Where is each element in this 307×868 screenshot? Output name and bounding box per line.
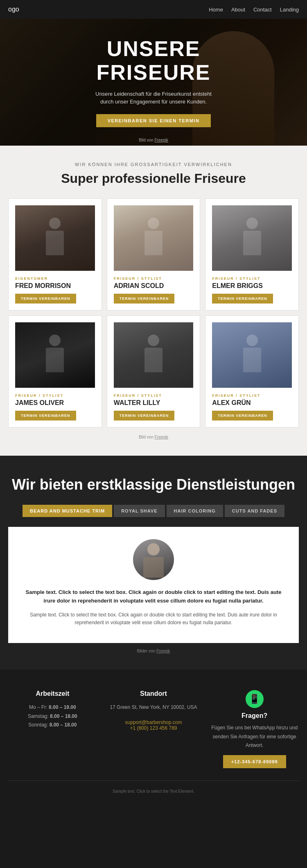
barbers-credit: Bild von Freepik [8, 435, 299, 439]
barbers-title: Super professionelle Friseure [8, 171, 299, 186]
services-section: Wir bieten erstklassige Dienstleistungen… [0, 456, 307, 670]
barber-name-6: ALEX GRÜN [212, 399, 292, 407]
barber-card-4: FRISEUR / STYLIST JAMES OLIVER TERMIN VE… [8, 315, 102, 427]
service-text-bold: Sample text. Click to select the text bo… [20, 588, 287, 605]
footer-standort: Standort 17 Green St, New York, NY 10002… [109, 690, 198, 768]
barber-btn-6[interactable]: TERMIN VEREINBAREN [212, 411, 273, 421]
barber-photo-5 [114, 322, 194, 388]
tab-beard-trim[interactable]: BEARD AND MUSTACHE TRIM [23, 505, 112, 517]
service-text: Sample text. Click to select the text bo… [20, 611, 287, 627]
services-credit: Bilder von Freepik [8, 649, 299, 653]
services-title: Wir bieten erstklassige Dienstleistungen [8, 476, 299, 493]
footer-arbeitszeit-hours: Mo – Fr: 8.00 – 19.00 Samstag: 8.00 – 18… [8, 703, 97, 730]
footer-address: 17 Green St, New York, NY 10002, USA [109, 703, 198, 712]
hero-content: UNSERE FRISEURE Unsere Leidenschaft für … [80, 29, 227, 135]
barber-btn-4[interactable]: TERMIN VEREINBAREN [15, 411, 76, 421]
hero-credit-link[interactable]: Freepik [155, 138, 168, 142]
barber-figure-4 [43, 335, 67, 376]
barbers-grid: EIGENTÜMER FRED MORRISON TERMIN VEREINBA… [8, 198, 299, 427]
nav-links: Home About Contact Landing [209, 7, 299, 13]
hero-cta-button[interactable]: VEREINBAREN SIE EINEN TERMIN [96, 114, 211, 127]
barber-role-2: FRISEUR / STYLIST [114, 277, 194, 281]
footer: Arbeitszeit Mo – Fr: 8.00 – 19.00 Samsta… [0, 670, 307, 806]
services-tabs: BEARD AND MUSTACHE TRIM ROYAL SHAVE HAIR… [8, 505, 299, 517]
footer-bottom-text: Sample text. Click to select the Text El… [8, 789, 299, 794]
services-card: Sample text. Click to select the text bo… [8, 527, 299, 643]
barber-card-5: FRISEUR / STYLIST WALTER LILLY TERMIN VE… [107, 315, 201, 427]
footer-email: support@barbershop.com [109, 720, 198, 725]
barber-role-4: FRISEUR / STYLIST [15, 394, 95, 398]
services-credit-link[interactable]: Freepik [156, 649, 170, 653]
barber-name-2: ADRIAN SCOLD [114, 282, 194, 290]
hero-subtitle: Unsere Leidenschaft für die Friseurkunst… [88, 90, 219, 106]
footer-fragen-title: Fragen? [210, 712, 299, 720]
barbers-tag: WIR KÖNNEN IHRE GROSSARTIGKEIT VERWIRKLI… [8, 162, 299, 167]
barbers-section: WIR KÖNNEN IHRE GROSSARTIGKEIT VERWIRKLI… [0, 146, 307, 456]
footer-arbeitszeit: Arbeitszeit Mo – Fr: 8.00 – 19.00 Samsta… [8, 690, 97, 768]
barber-card-3: FRISEUR / STYLIST ELMER BRIGGS TERMIN VE… [205, 198, 299, 310]
barber-photo-6 [212, 322, 292, 388]
barber-role-3: FRISEUR / STYLIST [212, 277, 292, 281]
footer-arbeitszeit-title: Arbeitszeit [8, 690, 97, 697]
footer-phone: +1 (800) 123 456 789 [109, 725, 198, 731]
service-avatar [133, 539, 174, 580]
whatsapp-icon: 📱 [246, 690, 264, 708]
barbers-credit-link[interactable]: Freepik [155, 435, 168, 439]
barber-name-4: JAMES OLIVER [15, 399, 95, 407]
navigation: ogo Home About Contact Landing [0, 0, 307, 19]
footer-fragen: 📱 Fragen? Fügen Sie uns bei WhatsApp hin… [210, 690, 299, 768]
footer-standort-title: Standort [109, 690, 198, 697]
barber-card-1: EIGENTÜMER FRED MORRISON TERMIN VEREINBA… [8, 198, 102, 310]
barber-photo-2 [114, 205, 194, 271]
barber-btn-1[interactable]: TERMIN VEREINBAREN [15, 294, 76, 304]
hero-title: UNSERE FRISEURE [88, 37, 219, 84]
barber-photo-3 [212, 205, 292, 271]
barber-name-5: WALTER LILLY [114, 399, 194, 407]
tab-royal-shave[interactable]: ROYAL SHAVE [114, 505, 165, 517]
barber-role-6: FRISEUR / STYLIST [212, 394, 292, 398]
barber-card-6: FRISEUR / STYLIST ALEX GRÜN TERMIN VEREI… [205, 315, 299, 427]
barber-role-5: FRISEUR / STYLIST [114, 394, 194, 398]
barber-figure-2 [141, 218, 166, 259]
nav-contact[interactable]: Contact [253, 7, 272, 13]
tab-hair-coloring[interactable]: HAIR COLORING [167, 505, 223, 517]
barber-card-2: FRISEUR / STYLIST ADRIAN SCOLD TERMIN VE… [107, 198, 201, 310]
barber-btn-5[interactable]: TERMIN VEREINBAREN [114, 411, 175, 421]
footer-bottom: Sample text. Click to select the Text El… [8, 780, 299, 794]
barber-figure-1 [43, 218, 67, 259]
barber-figure-6 [240, 335, 264, 376]
nav-landing[interactable]: Landing [280, 7, 299, 13]
barber-photo-4 [15, 322, 95, 388]
tab-cuts-fades[interactable]: CUTS AND FADES [225, 505, 284, 517]
barber-btn-2[interactable]: TERMIN VEREINBAREN [114, 294, 175, 304]
barber-role-1: EIGENTÜMER [15, 277, 95, 281]
footer-whatsapp-button[interactable]: +12-345-678-89089 [223, 755, 286, 768]
footer-fragen-text: Fügen Sie uns bei WhatsApp hinzu und sen… [210, 724, 299, 750]
hero-section: UNSERE FRISEURE Unsere Leidenschaft für … [0, 19, 307, 146]
nav-home[interactable]: Home [209, 7, 223, 13]
barber-name-1: FRED MORRISON [15, 282, 95, 290]
barber-figure-5 [141, 335, 166, 376]
nav-logo: ogo [8, 6, 19, 13]
hero-credit: Bild von Freepik [139, 138, 168, 142]
barber-name-3: ELMER BRIGGS [212, 282, 292, 290]
footer-grid: Arbeitszeit Mo – Fr: 8.00 – 19.00 Samsta… [8, 690, 299, 768]
barber-photo-1 [15, 205, 95, 271]
nav-about[interactable]: About [231, 7, 245, 13]
barber-btn-3[interactable]: TERMIN VEREINBAREN [212, 294, 273, 304]
barber-figure-3 [240, 218, 264, 259]
